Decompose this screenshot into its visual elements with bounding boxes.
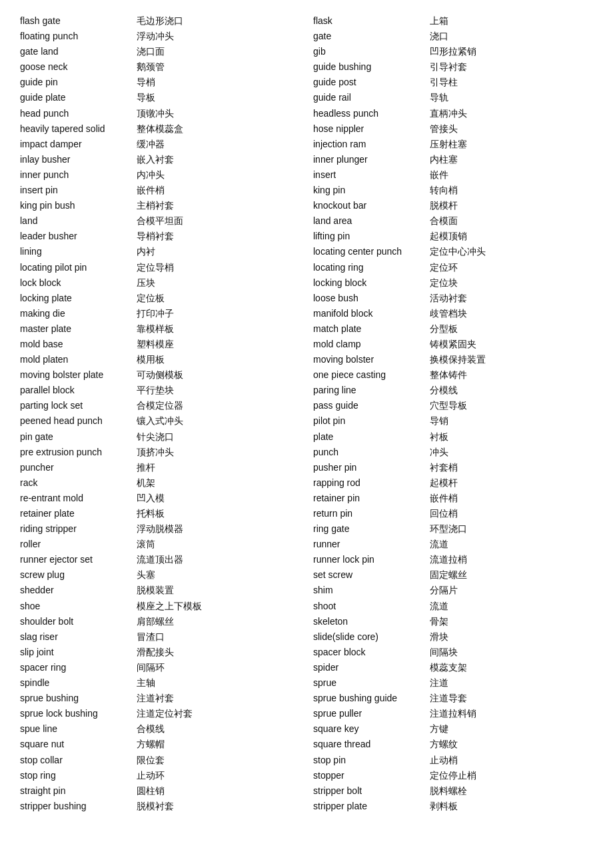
english-term: retainer pin — [313, 491, 430, 506]
chinese-term: 内冲头 — [137, 167, 300, 183]
chinese-term: 定位中心冲头 — [430, 244, 593, 259]
chinese-term: 引导衬套 — [430, 59, 593, 75]
chinese-term: 转向梢 — [430, 183, 593, 198]
english-term: pre extrusion punch — [20, 445, 137, 460]
table-row: stop ring止动环 — [20, 768, 300, 783]
english-term: retainer plate — [20, 506, 137, 521]
english-term: sprue bushing guide — [313, 691, 430, 706]
english-term: inlay busher — [20, 152, 137, 167]
english-term: rapping rod — [313, 475, 430, 491]
table-row: spue line合模线 — [20, 721, 300, 737]
english-term: stop collar — [20, 753, 137, 768]
english-term: re-entrant mold — [20, 491, 137, 506]
chinese-term: 注道定位衬套 — [137, 706, 300, 721]
table-row: roller滚筒 — [20, 537, 300, 552]
table-row: retainer pin嵌件梢 — [313, 491, 593, 506]
english-term: runner — [313, 537, 430, 552]
table-row: mold platen模用板 — [20, 352, 300, 367]
chinese-term: 铸模紧固夹 — [430, 337, 593, 352]
table-row: making die打印冲子 — [20, 306, 300, 321]
table-row: moving bolster plate可动侧模板 — [20, 367, 300, 383]
table-row: floating punch浮动冲头 — [20, 29, 300, 44]
table-row: slide(slide core)滑块 — [313, 629, 593, 645]
table-row: paring line分模线 — [313, 383, 593, 398]
table-row: sprue bushing注道衬套 — [20, 691, 300, 706]
table-row: match plate分型板 — [313, 321, 593, 337]
chinese-term: 分型板 — [430, 321, 593, 337]
table-row: knockout bar脱模杆 — [313, 198, 593, 213]
table-row: sprue bushing guide注道导套 — [313, 691, 593, 706]
table-row: inner punch内冲头 — [20, 167, 300, 183]
english-term: slag riser — [20, 629, 137, 645]
table-row: flash gate毛边形浇口 — [20, 13, 300, 29]
column-divider — [300, 13, 313, 814]
table-row: injection ram压射柱塞 — [313, 137, 593, 152]
table-row: spindle主轴 — [20, 675, 300, 691]
chinese-term: 止动梢 — [430, 753, 593, 768]
chinese-term: 模座之上下模板 — [137, 599, 300, 614]
table-row: guide post引导柱 — [313, 75, 593, 90]
chinese-term: 管接头 — [430, 121, 593, 137]
chinese-term: 流道 — [430, 599, 593, 614]
chinese-term: 间隔块 — [430, 645, 593, 660]
table-row: mold base塑料模座 — [20, 337, 300, 352]
english-term: heavily tapered solid — [20, 121, 137, 137]
chinese-term: 导梢 — [137, 75, 300, 90]
english-term: sprue puller — [313, 706, 430, 721]
chinese-term: 脱模衬套 — [137, 799, 300, 814]
table-row: runner流道 — [313, 537, 593, 552]
table-row: stripper bolt脱料螺栓 — [313, 783, 593, 799]
table-row: shoe模座之上下模板 — [20, 599, 300, 614]
english-term: paring line — [313, 383, 430, 398]
chinese-term: 合模平坦面 — [137, 213, 300, 229]
english-term: parallel block — [20, 383, 137, 398]
english-term: sprue — [313, 675, 430, 691]
chinese-term: 浇口 — [430, 29, 593, 44]
chinese-term: 靠模样板 — [137, 321, 300, 337]
chinese-term: 主轴 — [137, 675, 300, 691]
chinese-term: 托料板 — [137, 506, 300, 521]
table-row: moving bolster换模保持装置 — [313, 352, 593, 367]
table-row: guide bushing引导衬套 — [313, 59, 593, 75]
chinese-term: 歧管档块 — [430, 306, 593, 321]
english-term: roller — [20, 537, 137, 552]
table-row: stop pin止动梢 — [313, 753, 593, 768]
english-term: plate — [313, 429, 430, 445]
chinese-term: 定位块 — [430, 275, 593, 291]
chinese-term: 固定螺丝 — [430, 567, 593, 583]
chinese-term: 衬板 — [430, 429, 593, 445]
table-row: retainer plate托料板 — [20, 506, 300, 521]
table-row: insert嵌件 — [313, 167, 593, 183]
english-term: stop pin — [313, 753, 430, 768]
chinese-term: 回位梢 — [430, 506, 593, 521]
main-content: flash gate毛边形浇口floating punch浮动冲头gate la… — [20, 13, 593, 814]
chinese-term: 头塞 — [137, 567, 300, 583]
chinese-term: 合模线 — [137, 721, 300, 737]
table-row: loose bush活动衬套 — [313, 291, 593, 306]
english-term: pin gate — [20, 429, 137, 445]
chinese-term: 脱模杆 — [430, 198, 593, 213]
table-row: shoot流道 — [313, 599, 593, 614]
english-term: spacer ring — [20, 660, 137, 675]
english-term: screw plug — [20, 567, 137, 583]
english-term: pass guide — [313, 398, 430, 413]
english-term: slide(slide core) — [313, 629, 430, 645]
chinese-term: 上箱 — [430, 13, 593, 29]
chinese-term: 合模面 — [430, 213, 593, 229]
english-term: puncher — [20, 460, 137, 475]
table-row: spider模蕊支架 — [313, 660, 593, 675]
table-row: parting lock set合模定位器 — [20, 398, 300, 413]
table-row: runner ejector set流道顶出器 — [20, 552, 300, 567]
english-term: peened head punch — [20, 413, 137, 429]
table-row: punch冲头 — [313, 445, 593, 460]
table-row: guide rail导轨 — [313, 90, 593, 105]
chinese-term: 活动衬套 — [430, 291, 593, 306]
chinese-term: 整体铸件 — [430, 367, 593, 383]
english-term: slip joint — [20, 645, 137, 660]
table-row: pre extrusion punch顶挤冲头 — [20, 445, 300, 460]
english-term: spue line — [20, 721, 137, 737]
chinese-term: 注道衬套 — [137, 691, 300, 706]
table-row: slip joint滑配接头 — [20, 645, 300, 660]
table-row: skeleton骨架 — [313, 614, 593, 629]
english-term: spacer block — [313, 645, 430, 660]
